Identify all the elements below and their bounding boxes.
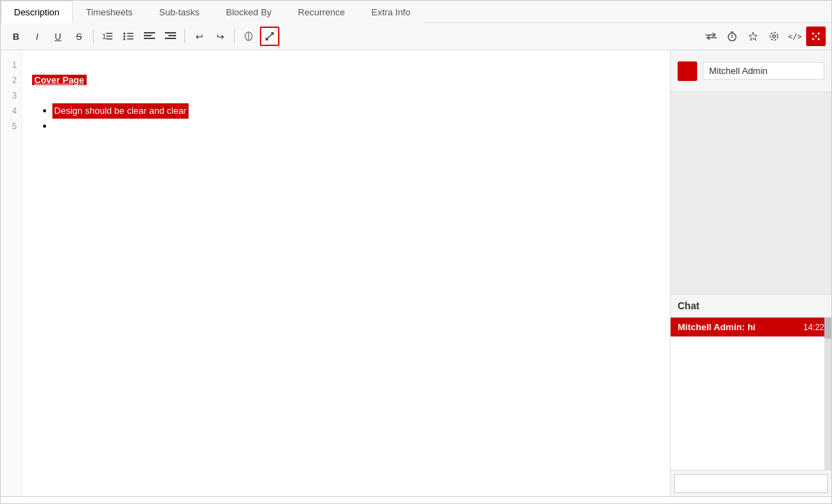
tab-blockedby[interactable]: Blocked By [213,1,285,23]
tab-subtasks[interactable]: Sub-tasks [146,1,213,23]
chat-messages[interactable]: Mitchell Admin: hi 14:22 [671,318,831,470]
bottom-border [1,496,831,503]
attachment-button[interactable] [239,27,258,46]
svg-rect-8 [127,36,133,37]
italic-button[interactable]: I [27,27,47,46]
strikethrough-button[interactable]: S [69,27,89,46]
svg-point-6 [124,38,126,40]
chat-message-item: Mitchell Admin: hi 14:22 [671,318,831,336]
align-left-button[interactable] [140,27,159,46]
line-num-2: 2 [1,73,21,88]
svg-point-29 [818,33,820,35]
line-num-4: 4 [1,103,21,119]
bullet-dot-2: • [43,119,47,134]
content-area: 1 2 3 4 5 Cover Page • Design should be … [1,50,831,496]
svg-point-32 [818,38,820,40]
svg-rect-9 [127,38,133,40]
line-num-3: 3 [1,88,21,103]
editor-wrapper: 1 2 3 4 5 Cover Page • Design should be … [1,50,671,496]
chat-scrollbar-thumb[interactable] [824,318,831,339]
svg-point-4 [124,33,126,35]
svg-rect-1 [106,33,112,34]
right-panel: Mitchell Admin Chat Mitchell Admin: hi 1… [671,50,831,496]
svg-rect-14 [168,35,176,36]
tab-recurrence[interactable]: Recurrence [285,1,358,23]
chat-input[interactable] [674,474,828,493]
settings-button[interactable] [764,27,784,46]
svg-point-26 [773,35,775,38]
star-button[interactable] [743,27,763,46]
line-numbers: 1 2 3 4 5 [1,50,22,496]
user-section: Mitchell Admin [671,50,831,92]
timer-button[interactable] [722,27,742,46]
toolbar-sep-1 [93,29,94,43]
bold-button[interactable]: B [6,27,26,46]
svg-point-5 [124,36,126,38]
bullet-dot-1: • [43,103,47,119]
editor-content[interactable]: Cover Page • Design should be clear and … [22,50,670,496]
chat-input-area [671,470,831,496]
svg-point-27 [771,33,778,40]
svg-point-30 [815,36,817,38]
svg-rect-7 [127,33,133,34]
svg-rect-2 [106,36,112,37]
code-button[interactable]: </> [785,27,805,46]
editor-line-2: Cover Page [32,73,659,88]
chat-section: Chat Mitchell Admin: hi 14:22 [671,294,831,496]
editor-toolbar: B I U S 1. [1,23,831,50]
redo-button[interactable]: ↪ [210,27,230,46]
chat-message-text: Mitchell Admin: hi [678,322,755,332]
svg-rect-11 [144,35,152,36]
svg-rect-13 [165,32,176,34]
svg-rect-12 [144,38,155,39]
ordered-list-button[interactable]: 1. [98,27,117,46]
editor-line-4: • Design should be clear and clear [43,103,659,119]
toolbar-sep-2 [184,29,185,43]
editor-line-3 [32,88,659,103]
svg-rect-3 [106,38,112,40]
svg-point-28 [812,33,815,35]
svg-point-31 [812,38,815,40]
user-empty-area [671,92,831,294]
chat-sender: Mitchell Admin: [678,322,747,332]
cover-page-text: Cover Page [32,75,87,85]
unordered-list-button[interactable] [119,27,138,46]
line-num-1: 1 [1,57,21,73]
tabs-bar: Description Timesheets Sub-tasks Blocked… [1,1,831,23]
svg-rect-10 [144,32,155,34]
editor-line-1 [32,57,659,73]
design-text: Design should be clear and clear [52,103,189,119]
line-num-5: 5 [1,119,21,134]
underline-button[interactable]: U [48,27,68,46]
chat-scrollbar[interactable] [824,318,831,470]
svg-rect-15 [165,38,176,39]
chat-text: hi [747,322,756,332]
undo-button[interactable]: ↩ [189,27,209,46]
editor-line-5: • [43,119,659,134]
tab-extrainfo[interactable]: Extra Info [358,1,424,23]
user-avatar [678,61,697,81]
avatar-button[interactable] [806,27,826,46]
svg-marker-25 [749,32,757,40]
user-name-box: Mitchell Admin [703,62,824,80]
tab-description[interactable]: Description [1,1,73,23]
tab-timesheets[interactable]: Timesheets [73,1,146,23]
transfer-button[interactable] [701,27,721,46]
main-container: Description Timesheets Sub-tasks Blocked… [0,0,832,504]
chat-header: Chat [671,295,831,318]
align-right-button[interactable] [161,27,180,46]
chat-message-time: 14:22 [803,323,824,332]
expand-button[interactable] [260,27,279,46]
toolbar-sep-3 [234,29,235,43]
